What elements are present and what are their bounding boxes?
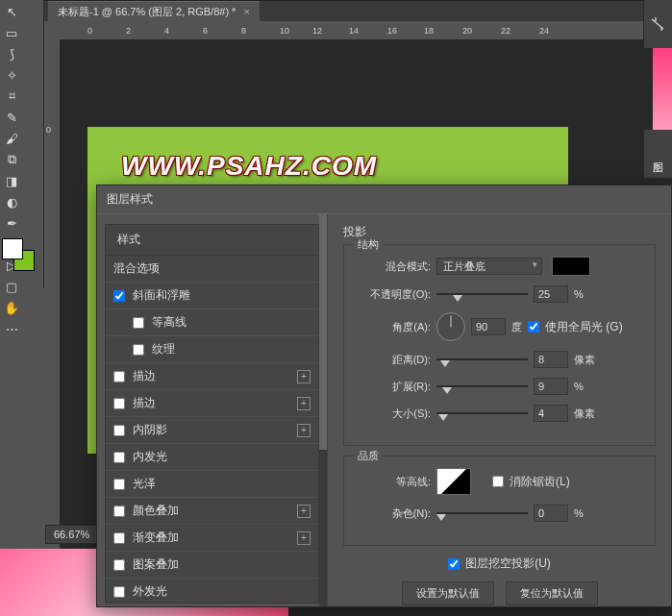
style-item-outer-glow[interactable]: 外发光 (106, 579, 318, 604)
add-icon[interactable]: + (297, 424, 311, 437)
hand-tool[interactable]: ✋ (2, 298, 21, 317)
distance-input[interactable] (534, 351, 568, 368)
contour-picker[interactable] (436, 468, 471, 495)
add-icon[interactable]: + (297, 370, 311, 383)
style-item-inner-glow[interactable]: 内发光 (106, 444, 318, 471)
angle-label: 角度(A): (354, 320, 431, 334)
stroke1-checkbox[interactable] (113, 371, 125, 382)
opacity-input[interactable] (534, 285, 568, 303)
anti-alias-label: 消除锯齿(L) (510, 474, 570, 490)
watermark-text: WWW.PSAHZ.COM (121, 151, 377, 182)
add-icon[interactable]: + (297, 505, 311, 518)
stroke2-checkbox[interactable] (113, 398, 125, 409)
anti-alias-checkbox[interactable] (492, 476, 504, 487)
reset-default-button[interactable]: 复位为默认值 (506, 581, 598, 605)
dialog-title: 图层样式 (97, 185, 671, 214)
right-collapsed-panel[interactable] (643, 0, 672, 48)
style-item-bevel[interactable]: 斜面和浮雕 (106, 283, 318, 309)
panel-title: 投影 (343, 224, 656, 240)
distance-slider[interactable] (436, 353, 528, 366)
gradient-overlay-checkbox[interactable] (113, 532, 125, 544)
document-tab-title: 未标题-1 @ 66.7% (图层 2, RGB/8#) * (58, 5, 236, 19)
wand-tool[interactable]: ✧ (2, 65, 21, 85)
distance-unit: 像素 (574, 353, 595, 367)
style-item-color-overlay[interactable]: 颜色叠加 + (106, 498, 318, 525)
stamp-tool[interactable]: ⧉ (2, 150, 21, 169)
opacity-slider[interactable] (436, 287, 528, 301)
style-list-panel: 样式 混合选项 斜面和浮雕 等高线 纹理 描边 (97, 214, 328, 606)
spread-input[interactable] (534, 378, 568, 395)
crop-tool[interactable]: ⌗ (2, 86, 21, 106)
marquee-tool[interactable]: ▭ (2, 23, 21, 42)
blend-mode-label: 混合模式: (354, 259, 431, 274)
size-slider[interactable] (436, 407, 528, 420)
inner-shadow-checkbox[interactable] (113, 425, 125, 436)
knockout-checkbox[interactable] (448, 558, 460, 570)
brush-tool[interactable]: 🖌 (2, 129, 21, 148)
texture-checkbox[interactable] (133, 344, 144, 356)
color-overlay-checkbox[interactable] (113, 505, 125, 517)
style-item-stroke2[interactable]: 描边 + (106, 390, 318, 417)
zoom-tool[interactable]: ⋯ (2, 319, 21, 338)
contour-label: 等高线: (354, 475, 431, 489)
satin-checkbox[interactable] (113, 479, 125, 490)
inner-glow-checkbox[interactable] (113, 452, 125, 463)
add-icon[interactable]: + (297, 531, 311, 545)
shadow-color-chip[interactable] (552, 257, 590, 276)
structure-fieldset: 结构 混合模式: 正片叠底 不透明度(O): % (343, 244, 656, 446)
noise-label: 杂色(N): (354, 506, 431, 521)
style-item-satin[interactable]: 光泽 (106, 471, 318, 498)
angle-dial[interactable] (436, 312, 465, 341)
style-item-pattern-overlay[interactable]: 图案叠加 (106, 552, 318, 579)
opacity-label: 不透明度(O): (354, 287, 431, 302)
blend-options-item[interactable]: 混合选项 (106, 256, 318, 283)
angle-unit: 度 (511, 320, 522, 334)
layers-panel-tab[interactable]: 图层 (643, 130, 672, 178)
size-label: 大小(S): (354, 407, 431, 421)
style-item-contour[interactable]: 等高线 (106, 309, 318, 336)
noise-unit: % (574, 507, 584, 519)
color-swatches (2, 238, 40, 277)
spread-label: 扩展(R): (354, 380, 431, 394)
foreground-color-swatch[interactable] (2, 238, 23, 259)
layer-style-dialog: 图层样式 样式 混合选项 斜面和浮雕 等高线 纹理 (96, 185, 672, 607)
make-default-button[interactable]: 设置为默认值 (402, 581, 494, 605)
style-list-header: 样式 (106, 225, 318, 256)
eyedropper-tool[interactable]: ✎ (2, 108, 21, 127)
quality-fieldset: 品质 等高线: 消除锯齿(L) 杂色(N): % (343, 456, 656, 546)
style-item-inner-shadow[interactable]: 内阴影 + (106, 417, 318, 444)
zoom-level[interactable]: 66.67% (45, 525, 101, 544)
size-unit: 像素 (574, 407, 595, 421)
distance-label: 距离(D): (354, 353, 431, 367)
lasso-tool[interactable]: ⟆ (2, 44, 21, 63)
contour-checkbox[interactable] (133, 317, 144, 329)
pattern-overlay-checkbox[interactable] (113, 559, 125, 571)
eraser-tool[interactable]: ◨ (2, 171, 21, 190)
blend-mode-select[interactable]: 正片叠底 (436, 258, 542, 275)
pen-tool[interactable]: ✒ (2, 213, 21, 233)
global-light-checkbox[interactable] (528, 321, 539, 333)
ruler-horizontal: 0 2 4 6 8 10 12 14 16 18 20 22 24 (61, 21, 672, 40)
document-tab-bar: 未标题-1 @ 66.7% (图层 2, RGB/8#) * × (0, 0, 672, 21)
spread-slider[interactable] (436, 380, 528, 393)
style-item-gradient-overlay[interactable]: 渐变叠加 + (106, 525, 318, 552)
style-item-texture[interactable]: 纹理 (106, 336, 318, 363)
size-input[interactable] (534, 405, 568, 422)
outer-glow-checkbox[interactable] (113, 586, 125, 598)
global-light-label: 使用全局光 (G) (545, 319, 623, 335)
structure-label: 结构 (354, 237, 383, 252)
add-icon[interactable]: + (297, 397, 311, 410)
noise-slider[interactable] (436, 506, 528, 520)
gradient-tool[interactable]: ◐ (2, 192, 21, 211)
bevel-checkbox[interactable] (113, 290, 125, 302)
quality-label: 品质 (354, 449, 383, 463)
document-tab[interactable]: 未标题-1 @ 66.7% (图层 2, RGB/8#) * × (48, 1, 260, 22)
noise-input[interactable] (534, 505, 568, 522)
knockout-label: 图层挖空投影(U) (465, 555, 551, 572)
style-item-stroke1[interactable]: 描边 + (106, 363, 318, 390)
spread-unit: % (574, 381, 584, 392)
shape-tool[interactable]: ▢ (2, 277, 21, 296)
close-icon[interactable]: × (243, 6, 249, 17)
angle-input[interactable] (471, 318, 506, 335)
move-tool[interactable]: ↖ (2, 2, 21, 21)
